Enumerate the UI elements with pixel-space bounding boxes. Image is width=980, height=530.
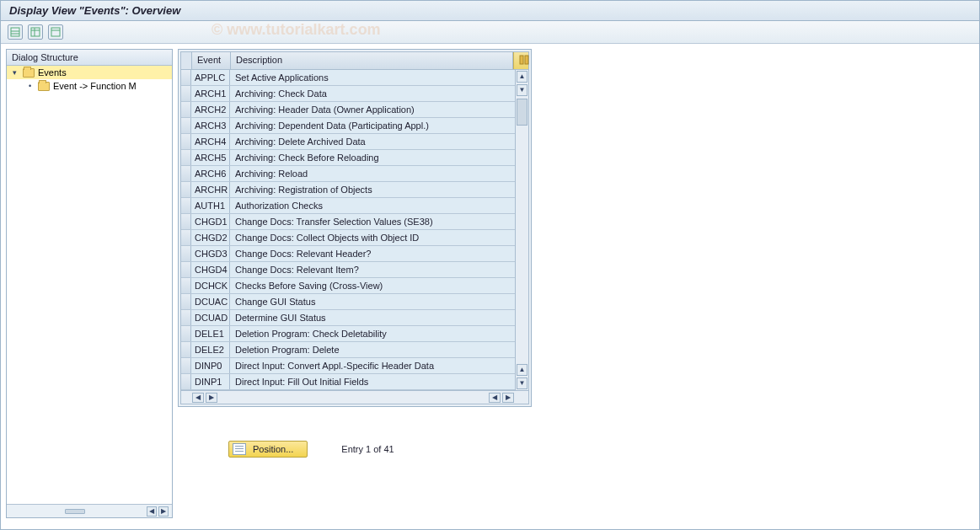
cell-description: Change Docs: Collect Objects with Object… — [230, 230, 528, 245]
cell-event: DCHCK — [191, 278, 230, 293]
table-row[interactable]: DINP1Direct Input: Fill Out Initial Fiel… — [181, 374, 528, 390]
row-selector[interactable] — [181, 182, 191, 197]
cell-event: CHGD4 — [191, 262, 230, 277]
scroll-down-small-button[interactable]: ▼ — [517, 84, 527, 96]
row-selector[interactable] — [181, 230, 191, 245]
app-window: Display View "Events": Overview © www.tu… — [0, 0, 980, 530]
tree-toggle-icon[interactable]: ▾ — [10, 68, 19, 78]
folder-open-icon — [23, 68, 35, 78]
row-selector[interactable] — [181, 134, 191, 149]
table-row[interactable]: CHGD1Change Docs: Transfer Selection Val… — [181, 214, 528, 230]
sidebar-scroll-track[interactable] — [13, 509, 142, 514]
table-row[interactable]: CHGD2Change Docs: Collect Objects with O… — [181, 230, 528, 246]
tree-node-events[interactable]: ▾ Events — [7, 66, 172, 79]
table-row[interactable]: DCHCKChecks Before Saving (Cross-View) — [181, 278, 528, 294]
cell-event: CHGD2 — [191, 230, 230, 245]
row-selector[interactable] — [181, 246, 191, 261]
cell-description: Direct Input: Convert Appl.-Specific Hea… — [230, 358, 528, 373]
hscroll-left-btn-2[interactable]: ◀ — [489, 393, 501, 403]
cell-description: Change Docs: Relevant Header? — [230, 246, 528, 261]
row-selector[interactable] — [181, 198, 191, 213]
row-selector[interactable] — [181, 358, 191, 373]
table-row[interactable]: ARCH3Archiving: Dependent Data (Particip… — [181, 118, 528, 134]
sidebar-scroll-right[interactable]: ▶ — [158, 506, 169, 517]
position-label: Position... — [253, 444, 293, 454]
row-selector[interactable] — [181, 310, 191, 325]
cell-description: Checks Before Saving (Cross-View) — [230, 278, 528, 293]
entry-count-label: Entry 1 of 41 — [341, 444, 394, 454]
cell-description: Archiving: Dependent Data (Participating… — [230, 118, 528, 133]
grid-body: APPLCSet Active ApplicationsARCH1Archivi… — [181, 70, 528, 390]
sidebar-scroll-handle[interactable] — [65, 509, 85, 514]
hscroll-left-seg: ◀ ▶ — [191, 392, 230, 404]
row-selector[interactable] — [181, 166, 191, 181]
grid-header-selcol[interactable] — [181, 52, 192, 69]
position-icon — [233, 443, 246, 455]
vscroll-handle[interactable] — [517, 99, 527, 126]
toolbar-btn-3[interactable] — [48, 24, 63, 40]
scroll-down-button[interactable]: ▼ — [517, 377, 527, 389]
sidebar-scroll-left[interactable]: ◀ — [147, 506, 157, 517]
cell-event: DELE2 — [191, 342, 230, 357]
grid-header-description[interactable]: Description — [231, 52, 513, 69]
table-row[interactable]: ARCH1Archiving: Check Data — [181, 86, 528, 102]
row-selector[interactable] — [181, 150, 191, 165]
hscroll-right-btn-2[interactable]: ▶ — [502, 393, 514, 403]
row-selector[interactable] — [181, 262, 191, 277]
row-selector[interactable] — [181, 118, 191, 133]
cell-description: Archiving: Registration of Objects — [230, 182, 528, 197]
cell-event: ARCH4 — [191, 134, 230, 149]
cell-event: CHGD1 — [191, 214, 230, 229]
table-row[interactable]: DCUACChange GUI Status — [181, 294, 528, 310]
table-row[interactable]: ARCHRArchiving: Registration of Objects — [181, 182, 528, 198]
table-row[interactable]: APPLCSet Active Applications — [181, 70, 528, 86]
table-row[interactable]: ARCH6Archiving: Reload — [181, 166, 528, 182]
scroll-up-button[interactable]: ▲ — [517, 71, 527, 83]
cell-event: DINP1 — [191, 374, 230, 389]
table-row[interactable]: DELE1Deletion Program: Check Deletabilit… — [181, 326, 528, 342]
svg-rect-0 — [11, 28, 19, 36]
table-row[interactable]: ARCH5Archiving: Check Before Reloading — [181, 150, 528, 166]
cell-description: Deletion Program: Check Deletability — [230, 326, 528, 341]
cell-event: ARCH1 — [191, 86, 230, 101]
table-row[interactable]: DCUADDetermine GUI Status — [181, 310, 528, 326]
dialog-structure-panel: Dialog Structure ▾ Events • Event -> Fun… — [6, 49, 173, 518]
vscroll-track[interactable] — [516, 97, 528, 363]
scroll-up-small-button[interactable]: ▲ — [517, 364, 527, 376]
row-selector[interactable] — [181, 278, 191, 293]
grid-vscroll: ▲ ▼ ▲ ▼ — [515, 70, 528, 390]
table-row[interactable]: ARCH2Archiving: Header Data (Owner Appli… — [181, 102, 528, 118]
row-selector[interactable] — [181, 326, 191, 341]
table-row[interactable]: AUTH1Authorization Checks — [181, 198, 528, 214]
row-selector[interactable] — [181, 374, 191, 389]
grid-header: Event Description — [181, 52, 528, 70]
title-bar: Display View "Events": Overview — [1, 1, 979, 21]
toolbar-btn-2[interactable] — [28, 24, 43, 40]
row-selector[interactable] — [181, 102, 191, 117]
position-button[interactable]: Position... — [228, 441, 308, 458]
grid-hscroll: ◀ ▶ ◀ ▶ — [181, 390, 528, 404]
table-row[interactable]: DINP0Direct Input: Convert Appl.-Specifi… — [181, 358, 528, 374]
hscroll-right-btn[interactable]: ▶ — [206, 393, 217, 403]
table-row[interactable]: CHGD3Change Docs: Relevant Header? — [181, 246, 528, 262]
table-row[interactable]: DELE2Deletion Program: Delete — [181, 342, 528, 358]
grid-header-event[interactable]: Event — [192, 52, 231, 69]
row-selector[interactable] — [181, 214, 191, 229]
row-selector[interactable] — [181, 70, 191, 85]
toolbar-btn-1[interactable] — [8, 24, 23, 40]
row-selector[interactable] — [181, 86, 191, 101]
tree-node-event-function[interactable]: • Event -> Function M — [7, 79, 172, 93]
table-row[interactable]: ARCH4Archiving: Delete Archived Data — [181, 134, 528, 150]
grid-configure-icon[interactable] — [513, 52, 528, 69]
hscroll-left-btn[interactable]: ◀ — [192, 393, 204, 403]
cell-description: Archiving: Check Data — [230, 86, 528, 101]
cell-event: APPLC — [191, 70, 230, 85]
toolbar: © www.tutorialkart.com — [1, 21, 979, 44]
cell-description: Archiving: Header Data (Owner Applicatio… — [230, 102, 528, 117]
cell-description: Archiving: Delete Archived Data — [230, 134, 528, 149]
svg-rect-8 — [520, 56, 523, 64]
table-row[interactable]: CHGD4Change Docs: Relevant Item? — [181, 262, 528, 278]
row-selector[interactable] — [181, 342, 191, 357]
cell-event: DCUAD — [191, 310, 230, 325]
row-selector[interactable] — [181, 294, 191, 309]
